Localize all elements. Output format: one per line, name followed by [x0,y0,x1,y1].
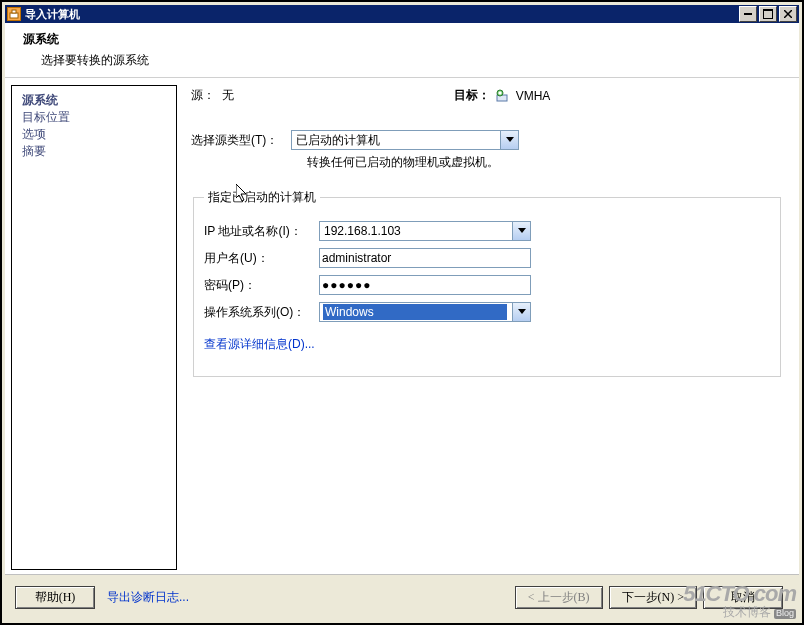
sidebar-item-source[interactable]: 源系统 [22,92,176,109]
svg-rect-1 [12,10,16,13]
wizard-steps-sidebar: 源系统 目标位置 选项 摘要 [11,85,177,570]
username-label: 用户名(U)： [204,250,319,267]
svg-rect-0 [10,13,18,18]
wizard-footer: 帮助(H) 导出诊断日志... < 上一步(B) 下一步(N) > 取消 [5,574,799,620]
window-title: 导入计算机 [25,7,737,22]
close-button[interactable] [779,6,797,22]
password-label: 密码(P)： [204,277,319,294]
header-subtitle: 选择要转换的源系统 [41,52,799,69]
fieldset-legend: 指定已启动的计算机 [204,189,320,206]
chevron-down-icon[interactable] [500,131,518,149]
main-panel: 源： 无 目标： VMHA 选择源类型 [181,79,799,574]
next-button[interactable]: 下一步(N) > [609,586,697,609]
maximize-button[interactable] [759,6,777,22]
source-type-label: 选择源类型(T)： [191,132,291,149]
minimize-button[interactable] [739,6,757,22]
username-field[interactable] [319,248,531,268]
view-source-details-link[interactable]: 查看源详细信息(D)... [204,336,315,353]
ip-combo[interactable]: 192.168.1.103 [319,221,531,241]
sidebar-item-options[interactable]: 选项 [22,126,176,143]
chevron-down-icon[interactable] [512,222,530,240]
source-type-value: 已启动的计算机 [294,132,380,149]
ip-label: IP 地址或名称(I)： [204,223,319,240]
source-type-combo[interactable]: 已启动的计算机 [291,130,519,150]
app-icon [7,7,21,21]
header-title: 源系统 [23,31,799,48]
target-info: 目标： VMHA [454,87,551,104]
sidebar-item-summary[interactable]: 摘要 [22,143,176,160]
powered-on-machine-fieldset: 指定已启动的计算机 IP 地址或名称(I)： 192.168.1.103 用户名… [193,189,781,377]
password-field[interactable]: ●●●●●● [319,275,531,295]
source-type-hint: 转换任何已启动的物理机或虚拟机。 [307,154,787,171]
wizard-header: 源系统 选择要转换的源系统 [5,23,799,78]
help-button[interactable]: 帮助(H) [15,586,95,609]
export-log-link[interactable]: 导出诊断日志... [107,589,189,606]
cancel-button[interactable]: 取消 [703,586,783,609]
target-value: VMHA [516,89,551,103]
sidebar-item-destination[interactable]: 目标位置 [22,109,176,126]
ip-value: 192.168.1.103 [322,224,401,238]
os-combo[interactable]: Windows [319,302,531,322]
host-icon [494,88,510,104]
back-button[interactable]: < 上一步(B) [515,586,603,609]
source-label: 源： [191,88,215,102]
os-value: Windows [323,304,507,320]
target-label: 目标： [454,87,490,104]
titlebar: 导入计算机 [5,5,799,23]
source-value: 无 [222,88,234,102]
os-label: 操作系统系列(O)： [204,304,319,321]
source-info: 源： 无 [191,87,234,104]
chevron-down-icon[interactable] [512,303,530,321]
